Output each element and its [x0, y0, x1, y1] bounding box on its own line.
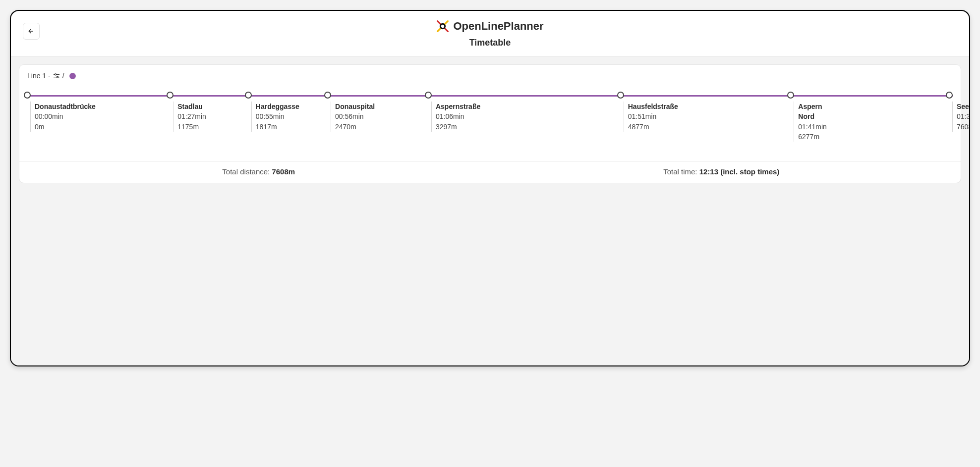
stop-meta: Hausfeldstraße01:51min4877m — [624, 102, 678, 132]
timeline: Donaustadtbrücke00:00min0mStadlau01:27mi… — [27, 92, 953, 146]
timeline-track — [27, 95, 953, 97]
total-distance-label: Total distance: — [222, 167, 272, 176]
stop-name: Aspernstraße — [436, 102, 480, 111]
page-subtitle: Timetable — [23, 38, 957, 48]
stop-distance: 4877m — [628, 122, 678, 132]
stop: Seestadt01:37min7608m — [949, 92, 953, 99]
stop-time: 01:51min — [628, 111, 678, 121]
stop-marker[interactable] — [617, 92, 624, 99]
stop-meta: Aspern Nord01:41min6277m — [794, 102, 827, 142]
total-time-value: 12:13 (incl. stop times) — [699, 167, 780, 176]
stop-marker[interactable] — [24, 92, 31, 99]
back-button[interactable] — [23, 23, 40, 40]
stop-distance: 7608m — [957, 122, 970, 132]
stop-time: 01:41min — [798, 122, 827, 132]
stop-meta: Seestadt01:37min7608m — [952, 102, 970, 132]
content-area: Line 1 - / Donaustadtbrücke00:00min0mSta… — [11, 56, 969, 365]
stop-distance: 6277m — [798, 132, 827, 142]
stop-time: 00:00min — [35, 111, 96, 121]
app-title-row: OpenLinePlanner — [436, 20, 543, 33]
stop: Hausfeldstraße01:51min4877m — [621, 92, 624, 99]
stop-name: Aspern Nord — [798, 102, 827, 122]
stop: Aspernstraße01:06min3297m — [428, 92, 432, 99]
total-time: Total time: 12:13 (incl. stop times) — [490, 167, 953, 176]
sliders-icon[interactable] — [53, 72, 60, 80]
stop-name: Hausfeldstraße — [628, 102, 678, 111]
stop-marker[interactable] — [245, 92, 252, 99]
stop-marker[interactable] — [787, 92, 794, 99]
line-color-dot — [69, 73, 76, 79]
stop-meta: Stadlau01:27min1175m — [173, 102, 206, 132]
stop-marker[interactable] — [167, 92, 173, 99]
line-card: Line 1 - / Donaustadtbrücke00:00min0mSta… — [19, 64, 961, 183]
stop-distance: 2470m — [335, 122, 375, 132]
stop: Aspern Nord01:41min6277m — [791, 92, 794, 99]
stop-time: 00:55min — [256, 111, 299, 121]
total-distance: Total distance: 7608m — [27, 167, 490, 176]
stop-marker[interactable] — [946, 92, 953, 99]
svg-point-7 — [57, 76, 58, 78]
app-title: OpenLinePlanner — [453, 20, 543, 33]
total-time-label: Total time: — [663, 167, 699, 176]
stop-meta: Aspernstraße01:06min3297m — [431, 102, 480, 132]
title-block: OpenLinePlanner Timetable — [23, 20, 957, 48]
total-distance-value: 7608m — [272, 167, 295, 176]
line-name: Line 1 - — [27, 72, 51, 80]
stop-name: Stadlau — [177, 102, 206, 111]
svg-point-3 — [441, 24, 445, 28]
stop-meta: Donauspital00:56min2470m — [331, 102, 375, 132]
stop: Donauspital00:56min2470m — [328, 92, 331, 99]
app-window: OpenLinePlanner Timetable Line 1 - / Don… — [10, 10, 970, 366]
stop-meta: Hardeggasse00:55min1817m — [251, 102, 299, 132]
stop: Donaustadtbrücke00:00min0m — [27, 92, 31, 99]
card-footer: Total distance: 7608m Total time: 12:13 … — [19, 161, 961, 183]
stop-name: Donaustadtbrücke — [35, 102, 96, 111]
stop-name: Hardeggasse — [256, 102, 299, 111]
stop-time: 01:37min — [957, 111, 970, 121]
stop-marker[interactable] — [425, 92, 432, 99]
line-sep: / — [62, 72, 64, 80]
stop-meta: Donaustadtbrücke00:00min0m — [30, 102, 96, 132]
stop-distance: 1817m — [256, 122, 299, 132]
stop-time: 01:06min — [436, 111, 480, 121]
line-header: Line 1 - / — [27, 72, 953, 80]
app-logo-icon — [436, 20, 449, 33]
header: OpenLinePlanner Timetable — [11, 11, 969, 56]
stop-name: Donauspital — [335, 102, 375, 111]
stop-distance: 0m — [35, 122, 96, 132]
stop-time: 00:56min — [335, 111, 375, 121]
stop-name: Seestadt — [957, 102, 970, 111]
stop-time: 01:27min — [177, 111, 206, 121]
stop-distance: 1175m — [177, 122, 206, 132]
stop-distance: 3297m — [436, 122, 480, 132]
stop: Hardeggasse00:55min1817m — [248, 92, 252, 99]
stop-marker[interactable] — [324, 92, 331, 99]
svg-point-5 — [55, 74, 56, 75]
arrow-left-icon — [27, 27, 35, 35]
stop: Stadlau01:27min1175m — [170, 92, 173, 99]
